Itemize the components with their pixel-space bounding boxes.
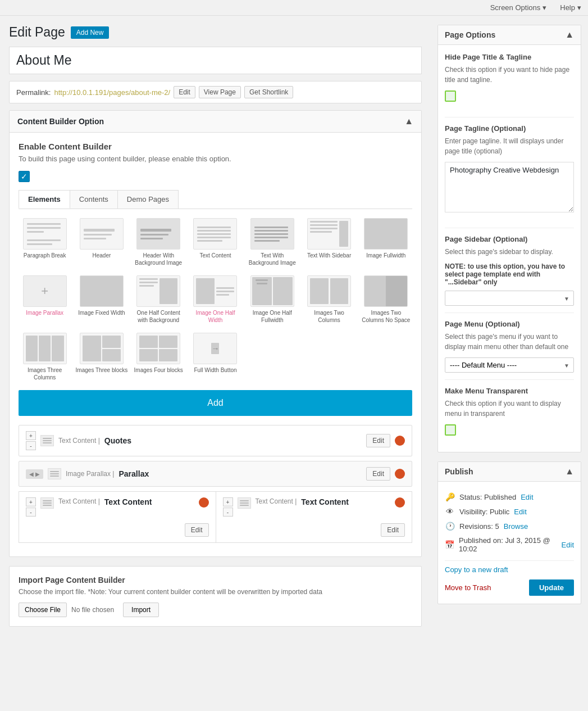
row-controls-right: + -	[223, 497, 233, 517]
element-label: Images Two Columns No Space	[360, 309, 412, 324]
element-paragraph-break[interactable]: Paragraph Break	[19, 218, 71, 266]
element-label: One Half Content with Background	[133, 309, 185, 324]
element-label: Image One Half Fullwidth	[246, 309, 298, 324]
row-edit-button-right[interactable]: Edit	[381, 523, 405, 537]
row-delete-button-left[interactable]	[199, 497, 209, 508]
help-button[interactable]: Help ▾	[553, 0, 588, 15]
publish-revisions-row: 🕐 Revisions: 5 Browse	[445, 519, 574, 533]
element-half-content-bg[interactable]: One Half Content with Background	[133, 275, 185, 324]
element-image-fixed-width[interactable]: Image Fixed Width	[75, 275, 127, 324]
top-bar: Screen Options ▾ Help ▾	[0, 0, 588, 16]
help-arrow-icon: ▾	[577, 3, 581, 12]
get-shortlink-button[interactable]: Get Shortlink	[244, 86, 293, 98]
element-img-three-blocks[interactable]: Images Three blocks	[75, 333, 127, 381]
element-img-half-full[interactable]: Image One Half Fullwidth	[246, 275, 298, 324]
publish-visibility-row: 👁 Visibility: Public Edit	[445, 504, 574, 519]
publish-toggle-button[interactable]: ▲	[565, 467, 574, 477]
permalink-url[interactable]: http://10.0.1.191/pages/about-me-2/	[54, 88, 170, 97]
tab-elements[interactable]: Elements	[19, 190, 70, 209]
content-builder-panel-title: Content Builder Option	[17, 117, 104, 126]
element-label: Images Two Columns	[303, 309, 355, 324]
content-row-two-col: + - Text Content | Text Content	[19, 491, 412, 543]
menu-option-desc: Select this page's menu if you want to d…	[445, 332, 574, 352]
enable-content-builder-title: Enable Content Builder	[19, 142, 412, 151]
import-button[interactable]: Import	[123, 603, 159, 617]
sidebar-select[interactable]	[445, 291, 574, 306]
tab-contents[interactable]: Contents	[70, 190, 118, 209]
publish-visibility-edit[interactable]: Edit	[514, 508, 526, 516]
publish-revisions-browse[interactable]: Browse	[504, 522, 528, 531]
page-header: Edit Page Add New	[9, 25, 422, 40]
page-name-input[interactable]	[9, 47, 422, 74]
tabs: Elements Contents Demo Pages	[19, 190, 412, 209]
publish-status-label: Status: Published	[459, 493, 516, 501]
publish-date-edit[interactable]: Edit	[562, 541, 574, 549]
row-edit-button-left[interactable]: Edit	[185, 523, 209, 537]
transparent-menu-checkbox[interactable]	[445, 424, 456, 436]
element-img-four-blocks[interactable]: Images Four blocks	[133, 333, 185, 381]
content-builder-toggle-button[interactable]: ▲	[404, 116, 413, 126]
page-title: Edit Page	[9, 25, 65, 40]
permalink-row: Permalink: http://10.0.1.191/pages/about…	[9, 81, 422, 103]
update-button[interactable]: Update	[529, 579, 574, 596]
permalink-edit-button[interactable]: Edit	[174, 86, 195, 98]
revisions-icon: 🕐	[445, 522, 455, 531]
row-delete-button[interactable]	[395, 436, 405, 446]
element-label: Text Content	[199, 252, 231, 259]
sidebar-option-desc: Select this page's sidebar to display.	[445, 247, 574, 257]
row-up-button-left[interactable]: +	[26, 497, 36, 506]
element-image-fullwidth[interactable]: Image Fullwidth	[360, 218, 412, 266]
row-delete-button-right[interactable]	[395, 497, 405, 508]
row-edit-button[interactable]: Edit	[366, 434, 390, 447]
hide-title-checkbox[interactable]	[445, 90, 456, 102]
menu-select-wrapper: ---- Default Menu ----	[445, 357, 574, 373]
element-text-sidebar[interactable]: Text With Sidebar	[303, 218, 355, 266]
row-up-button[interactable]: +	[26, 431, 36, 440]
element-image-parallax[interactable]: + Image Parallax	[19, 275, 71, 324]
publish-panel-body: 🔑 Status: Published Edit 👁 Visibility: P…	[438, 482, 581, 604]
element-text-content[interactable]: Text Content	[189, 218, 241, 266]
element-img-three-col[interactable]: Images Three Columns	[19, 333, 71, 381]
screen-options-button[interactable]: Screen Options ▾	[484, 0, 554, 15]
row-icon-right	[238, 497, 251, 509]
publish-panel: Publish ▲ 🔑 Status: Published Edit 👁 Vis…	[437, 461, 581, 604]
row-down-button-left[interactable]: -	[26, 508, 36, 517]
date-icon: 📅	[445, 540, 454, 549]
row-name: Quotes	[104, 436, 131, 445]
row-down-button-right[interactable]: -	[223, 508, 233, 517]
add-button[interactable]: Add	[19, 390, 412, 416]
row-delete-button[interactable]	[395, 469, 405, 479]
row-icon	[48, 468, 61, 479]
elements-grid-row3: Images Three Columns Images Three blocks	[19, 333, 412, 381]
menu-select[interactable]: ---- Default Menu ----	[445, 357, 574, 373]
row-edit-button[interactable]: Edit	[366, 467, 390, 481]
element-img-two-col-nospace[interactable]: Images Two Columns No Space	[360, 275, 412, 324]
copy-draft-link[interactable]: Copy to a new draft	[445, 565, 574, 574]
element-full-width-btn[interactable]: → Full Width Button	[189, 333, 241, 381]
tagline-input[interactable]: Photography Creative Webdesign	[445, 162, 574, 212]
view-page-button[interactable]: View Page	[199, 86, 241, 98]
add-new-button[interactable]: Add New	[71, 26, 110, 39]
element-text-bg[interactable]: Text With Background Image	[246, 218, 298, 266]
publish-date-row: 📅 Published on: Jul 3, 2015 @ 10:02 Edit	[445, 533, 574, 556]
row-up-button-right[interactable]: +	[223, 497, 233, 506]
enable-content-builder-checkbox[interactable]: ✓	[19, 171, 30, 182]
element-img-two-col[interactable]: Images Two Columns	[303, 275, 355, 324]
content-builder-panel-body: Enable Content Builder To build this pag…	[10, 133, 421, 556]
elements-grid-row1: Paragraph Break Header	[19, 218, 412, 266]
sidebar-select-wrapper	[445, 291, 574, 306]
row-name-right: Text Content	[301, 497, 349, 506]
move-trash-link[interactable]: Move to Trash	[445, 583, 491, 592]
row-down-button[interactable]: -	[26, 441, 36, 450]
element-header[interactable]: Header	[75, 218, 127, 266]
tab-demo-pages[interactable]: Demo Pages	[117, 190, 179, 209]
publish-status-edit[interactable]: Edit	[521, 493, 533, 501]
element-img-half-width[interactable]: Image One Half Width	[189, 275, 241, 324]
element-header-bg[interactable]: Header With Background Image	[133, 218, 185, 266]
page-options-toggle-button[interactable]: ▲	[565, 30, 574, 40]
element-label: Images Three Columns	[19, 366, 71, 381]
choose-file-button[interactable]: Choose File	[19, 603, 67, 617]
element-label: Full Width Button	[194, 366, 236, 374]
publish-revisions-label: Revisions: 5	[459, 522, 499, 531]
main-content: Edit Page Add New Permalink: http://10.0…	[0, 16, 431, 711]
